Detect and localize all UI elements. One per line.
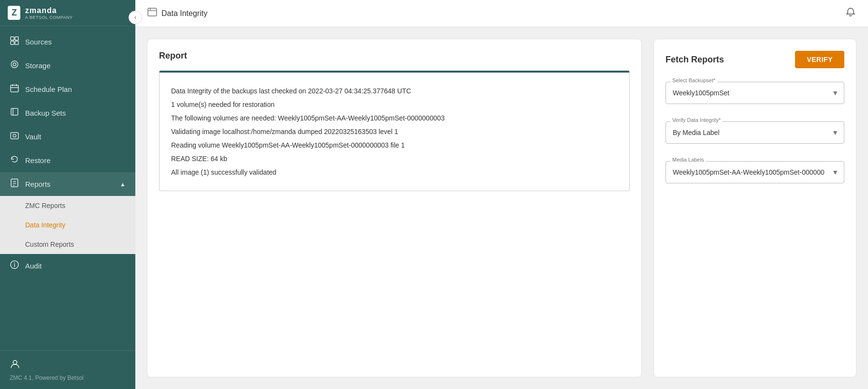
svg-point-5 bbox=[13, 63, 16, 66]
top-bar: Data Integrity bbox=[135, 0, 868, 27]
sidebar-item-sources[interactable]: Sources bbox=[0, 30, 135, 54]
audit-icon bbox=[10, 260, 19, 272]
sidebar-item-backup-sets[interactable]: Backup Sets bbox=[0, 101, 135, 125]
restore-icon bbox=[10, 154, 19, 166]
sidebar-item-label-backup-sets: Backup Sets bbox=[25, 109, 126, 117]
sidebar-item-label-restore: Restore bbox=[25, 156, 126, 165]
backupset-label: Select Backupset* bbox=[670, 77, 717, 83]
sidebar-item-label-sources: Sources bbox=[25, 38, 126, 46]
report-line-3: The following volumes are needed: Weekly… bbox=[171, 111, 618, 125]
fetch-header: Fetch Reports VERIFY bbox=[665, 51, 844, 68]
sidebar-nav: Sources Storage Schedule Plan Backup Set… bbox=[0, 26, 135, 350]
custom-reports-label: Custom Reports bbox=[25, 240, 74, 248]
svg-rect-13 bbox=[13, 135, 16, 137]
report-line-2: 1 volume(s) needed for restoration bbox=[171, 98, 618, 111]
reports-expand-arrow: ▲ bbox=[120, 181, 126, 188]
sidebar-item-label-schedule: Schedule Plan bbox=[25, 85, 126, 93]
sidebar-item-label-storage: Storage bbox=[25, 61, 126, 70]
media-labels-label: Media Labels bbox=[670, 157, 706, 163]
notification-icon[interactable] bbox=[845, 6, 856, 21]
top-bar-actions bbox=[845, 6, 856, 21]
sidebar-item-label-vault: Vault bbox=[25, 133, 126, 141]
sidebar-item-restore[interactable]: Restore bbox=[0, 149, 135, 172]
media-labels-field-group: Media Labels Weekly1005pmSet-AA-Weekly10… bbox=[665, 161, 844, 183]
svg-rect-3 bbox=[15, 41, 18, 45]
report-panel-title: Report bbox=[159, 51, 630, 61]
schedule-icon bbox=[10, 83, 19, 95]
report-line-6: READ SIZE: 64 kb bbox=[171, 152, 618, 165]
verify-integrity-field-group: Verify Data Integrity* By Media Label ▼ bbox=[665, 121, 844, 144]
fetch-reports-panel: Fetch Reports VERIFY Select Backupset* W… bbox=[653, 39, 856, 377]
report-line-1: Data Integrity of the backups last check… bbox=[171, 84, 618, 98]
reports-icon bbox=[10, 178, 19, 190]
sidebar-item-schedule-plan[interactable]: Schedule Plan bbox=[0, 77, 135, 101]
report-line-4: Validating image localhost:/home/zmanda … bbox=[171, 125, 618, 138]
data-integrity-label: Data Integrity bbox=[25, 221, 65, 229]
sidebar-user[interactable] bbox=[10, 359, 126, 371]
svg-rect-2 bbox=[11, 41, 14, 45]
content-area: Report Data Integrity of the backups las… bbox=[135, 27, 868, 389]
sidebar-item-reports[interactable]: Reports ▲ bbox=[0, 172, 135, 196]
sidebar: Z zmanda A BETSOL COMPANY ‹ Sources Stor… bbox=[0, 0, 135, 389]
zmc-reports-label: ZMC Reports bbox=[25, 202, 65, 209]
svg-rect-10 bbox=[11, 108, 18, 115]
media-select-wrapper: Weekly1005pmSet-AA-Weekly1005pmSet-00000… bbox=[665, 161, 844, 183]
sidebar-item-zmc-reports[interactable]: ZMC Reports bbox=[0, 196, 135, 215]
sidebar-item-label-reports: Reports bbox=[25, 180, 114, 188]
svg-point-4 bbox=[11, 61, 18, 68]
sidebar-item-data-integrity[interactable]: Data Integrity bbox=[0, 215, 135, 235]
app-version: ZMC 4.1, Powered by Betsol bbox=[10, 374, 126, 381]
report-line-7: All image (1) successfully validated bbox=[171, 165, 618, 179]
sidebar-item-vault[interactable]: Vault bbox=[0, 125, 135, 149]
report-panel: Report Data Integrity of the backups las… bbox=[147, 39, 642, 377]
report-content-box: Data Integrity of the backups last check… bbox=[159, 71, 630, 191]
media-labels-select[interactable]: Weekly1005pmSet-AA-Weekly1005pmSet-00000… bbox=[665, 161, 844, 183]
sidebar-item-custom-reports[interactable]: Custom Reports bbox=[0, 235, 135, 254]
reports-subitems: ZMC Reports Data Integrity Custom Report… bbox=[0, 196, 135, 254]
svg-rect-6 bbox=[11, 85, 18, 92]
sidebar-item-audit[interactable]: Audit bbox=[0, 254, 135, 278]
sidebar-collapse-button[interactable]: ‹ bbox=[129, 11, 142, 24]
logo-main: zmanda bbox=[25, 6, 73, 15]
vault-icon bbox=[10, 131, 19, 143]
logo-area: Z zmanda A BETSOL COMPANY bbox=[0, 0, 135, 26]
sources-icon bbox=[10, 36, 19, 48]
svg-rect-22 bbox=[148, 8, 157, 16]
svg-point-21 bbox=[13, 360, 17, 364]
verify-integrity-label: Verify Data Integrity* bbox=[670, 117, 723, 123]
verify-select-wrapper: By Media Label ▼ bbox=[665, 121, 844, 144]
user-icon bbox=[10, 359, 20, 371]
logo-text: zmanda A BETSOL COMPANY bbox=[25, 6, 73, 20]
backupset-select[interactable]: Weekly1005pmSet bbox=[665, 82, 844, 104]
sidebar-item-storage[interactable]: Storage bbox=[0, 54, 135, 77]
breadcrumb: Data Integrity bbox=[147, 7, 207, 20]
fetch-reports-title: Fetch Reports bbox=[665, 55, 724, 65]
backupset-field-group: Select Backupset* Weekly1005pmSet ▼ bbox=[665, 82, 844, 104]
backupset-select-wrapper: Weekly1005pmSet ▼ bbox=[665, 82, 844, 104]
backup-sets-icon bbox=[10, 107, 19, 119]
verify-button[interactable]: VERIFY bbox=[795, 51, 844, 68]
logo-letter: Z bbox=[8, 6, 20, 20]
page-title: Data Integrity bbox=[161, 9, 207, 18]
logo-sub: A BETSOL COMPANY bbox=[25, 15, 73, 20]
svg-rect-0 bbox=[11, 37, 14, 40]
verify-integrity-select[interactable]: By Media Label bbox=[665, 121, 844, 144]
storage-icon bbox=[10, 60, 19, 72]
report-line-5: Reading volume Weekly1005pmSet-AA-Weekly… bbox=[171, 138, 618, 152]
svg-point-20 bbox=[14, 263, 15, 264]
svg-rect-1 bbox=[15, 37, 18, 40]
breadcrumb-icon bbox=[147, 7, 158, 20]
svg-rect-12 bbox=[11, 133, 18, 139]
main-content: Data Integrity Report Data Integrity of … bbox=[135, 0, 868, 389]
sidebar-footer: ZMC 4.1, Powered by Betsol bbox=[0, 350, 135, 389]
sidebar-item-label-audit: Audit bbox=[25, 262, 126, 270]
